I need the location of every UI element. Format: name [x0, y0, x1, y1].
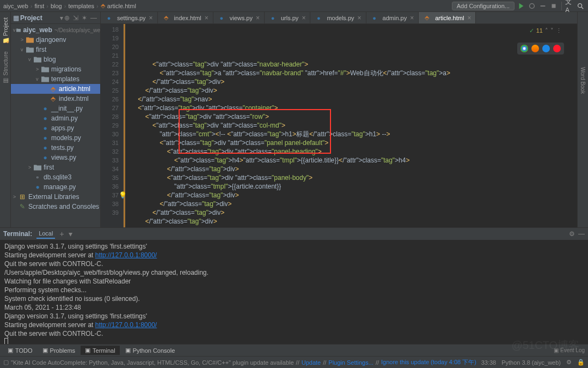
line-number[interactable]: 29 [101, 121, 119, 130]
breadcrumb-item[interactable]: templates [68, 3, 94, 9]
terminal-hide-icon[interactable]: — [578, 230, 585, 238]
line-number[interactable]: 37 [101, 191, 119, 200]
status-link-update[interactable]: Update [302, 359, 321, 366]
tree-root[interactable]: vaiyc_web~/Desktop/aiyc_we [11, 25, 100, 35]
tree-item[interactable]: ●apps.py [11, 123, 100, 133]
terminal-output[interactable]: Django version 3.1.7, using settings 'fi… [0, 240, 588, 345]
line-number[interactable]: 19 [101, 34, 119, 43]
translate-icon[interactable]: 文A [565, 2, 574, 10]
breadcrumb-item[interactable]: first [35, 3, 45, 9]
word-book-tab[interactable]: Word Book [580, 67, 586, 94]
status-link-ignore[interactable]: Ignore this update (today 4:08 下午) [381, 358, 476, 366]
close-icon[interactable]: × [358, 14, 362, 22]
project-tool-tab[interactable]: 📁Project [2, 17, 9, 45]
line-number[interactable]: 24 [101, 77, 119, 86]
close-icon[interactable]: × [256, 14, 260, 22]
line-number[interactable]: 22 [101, 60, 119, 69]
more-icon[interactable] [538, 2, 547, 10]
search-icon[interactable] [576, 2, 585, 10]
close-icon[interactable]: × [302, 14, 305, 22]
editor-tab[interactable]: ●settings.py× [101, 12, 158, 23]
safari-icon[interactable] [542, 45, 550, 52]
tree-item[interactable]: ●manage.py [11, 182, 100, 192]
line-number[interactable]: 28 [101, 112, 119, 121]
chevron-down-icon[interactable]: ˅ [550, 26, 554, 35]
editor-tab[interactable]: ⬘article.html× [419, 12, 476, 23]
tree-item[interactable]: ✎Scratches and Consoles [11, 202, 100, 212]
close-icon[interactable]: × [467, 14, 471, 22]
terminal-link[interactable]: http://127.0.0.1:8000/ [95, 321, 157, 329]
terminal-link[interactable]: http://127.0.0.1:8000/ [95, 251, 157, 259]
select-opened-icon[interactable]: ⊕ [64, 14, 72, 22]
interpreter-selector[interactable]: Python 3.8 (aiyc_web) [501, 359, 561, 366]
tree-item[interactable]: ●__init__.py [11, 104, 100, 113]
bottom-tab-problems[interactable]: ▣Problems [38, 346, 79, 355]
hide-icon[interactable]: — [90, 14, 98, 22]
run-icon[interactable] [517, 2, 525, 10]
chevron-up-icon[interactable]: ˄ [545, 26, 548, 35]
line-number[interactable]: 31 [101, 138, 119, 147]
line-number[interactable]: 27 [101, 104, 119, 112]
line-number[interactable]: 34 [101, 165, 119, 173]
tree-item[interactable]: ●tests.py [11, 143, 100, 153]
tree-item[interactable]: ▫db.sqlite3 [11, 172, 100, 182]
event-log-button[interactable]: ▣ Event Log [554, 347, 585, 353]
close-icon[interactable]: × [410, 14, 414, 22]
line-number[interactable]: 39 [101, 208, 119, 217]
line-number[interactable]: 23 [101, 69, 119, 77]
bottom-tab-todo[interactable]: ▣TODO [3, 346, 37, 355]
line-number[interactable]: 18 [101, 25, 119, 34]
new-terminal-icon[interactable]: + [59, 230, 64, 238]
terminal-dropdown-icon[interactable]: ▾ [69, 230, 72, 238]
line-number[interactable]: 25 [101, 86, 119, 95]
tree-item[interactable]: vblog [11, 55, 100, 64]
status-link-settings[interactable]: Plugin Settings... [328, 359, 373, 366]
editor-tab[interactable]: ●models.py× [310, 12, 366, 23]
line-number[interactable]: 33 [101, 156, 119, 165]
tree-item[interactable]: >⊞External Libraries [11, 192, 100, 202]
intention-bulb-icon[interactable]: 💡 [119, 191, 127, 200]
tree-item[interactable]: >first [11, 162, 100, 172]
stop-icon[interactable] [549, 2, 558, 10]
chrome-icon[interactable] [520, 45, 528, 52]
settings-icon[interactable]: ⚙ [566, 359, 572, 366]
cursor-position[interactable]: 33:38 [481, 359, 497, 366]
tree-item[interactable]: ●models.py [11, 133, 100, 143]
tree-item[interactable]: ●admin.py [11, 113, 100, 123]
add-configuration-button[interactable]: Add Configuration... [452, 2, 514, 10]
opera-icon[interactable] [553, 45, 561, 52]
breadcrumb-item[interactable]: blog [51, 3, 62, 9]
tree-item[interactable]: ●views.py [11, 153, 100, 162]
windows-icon[interactable]: ▢ [3, 359, 9, 366]
structure-tool-tab[interactable]: ▤Structure [2, 51, 9, 85]
debug-icon[interactable] [528, 2, 536, 10]
collapse-icon[interactable]: ✶ [82, 14, 89, 22]
bottom-tab-terminal[interactable]: ▣Terminal [81, 346, 120, 355]
tree-item[interactable]: ⬘article.html [11, 84, 100, 94]
editor-tab[interactable]: ●views.py× [213, 12, 265, 23]
editor-tab[interactable]: ●admin.py× [366, 12, 419, 23]
tree-item[interactable]: ⬘index.html [11, 94, 100, 104]
tree-item[interactable]: >djangoenv [11, 35, 100, 45]
terminal-tab[interactable]: Local [36, 229, 55, 239]
close-icon[interactable]: × [149, 14, 153, 22]
line-number[interactable]: 21 [101, 51, 119, 60]
firefox-icon[interactable] [531, 45, 539, 52]
line-number[interactable]: 30 [101, 130, 119, 138]
line-number[interactable]: 20 [101, 43, 119, 51]
more-icon[interactable]: ⋮ [556, 26, 562, 35]
editor-tab[interactable]: ●urls.py× [265, 12, 310, 23]
terminal-settings-icon[interactable]: ⚙ [569, 230, 575, 238]
line-number[interactable]: 26 [101, 95, 119, 104]
editor-tab[interactable]: ⬘index.html× [158, 12, 213, 23]
line-number[interactable]: 38 [101, 200, 119, 208]
line-number[interactable]: 32 [101, 147, 119, 156]
inspection-widget[interactable]: ✓ 11 ˄ ˅ ⋮ [529, 26, 562, 35]
tree-item[interactable]: vfirst [11, 45, 100, 55]
bottom-tab-python console[interactable]: ▣Python Console [121, 346, 180, 355]
tree-item[interactable]: >migrations [11, 64, 100, 74]
line-number[interactable]: 36 [101, 182, 119, 191]
breadcrumb-item[interactable]: aiyc_web [3, 3, 28, 9]
close-icon[interactable]: × [205, 14, 209, 22]
line-number[interactable]: 35 [101, 173, 119, 182]
